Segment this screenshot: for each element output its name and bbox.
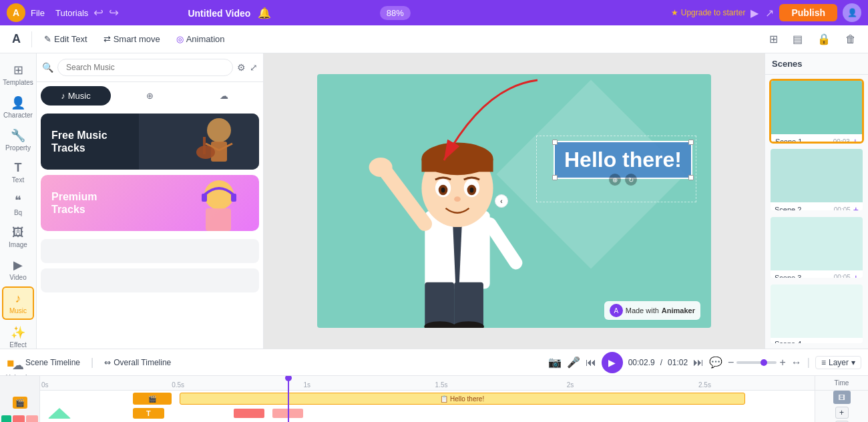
tl-icon-red1 xyxy=(13,415,25,422)
tl-playhead[interactable] xyxy=(288,376,289,422)
skip-forward-icon[interactable]: ⏭ xyxy=(693,357,704,369)
camera-icon[interactable]: 📷 xyxy=(548,356,562,369)
tl-label-row2 xyxy=(1,412,38,422)
tl-clip-red1[interactable] xyxy=(234,409,264,418)
svg-point-25 xyxy=(454,196,461,202)
bq-label: Bq xyxy=(14,209,22,216)
share-icon[interactable]: ↗ xyxy=(765,7,774,19)
layout-icon[interactable]: ▤ xyxy=(787,29,808,49)
svg-rect-9 xyxy=(206,208,231,231)
scene-timeline-tab[interactable]: Scene Timeline xyxy=(20,355,85,370)
svg-rect-11 xyxy=(231,194,236,202)
corner-handle-tr[interactable] xyxy=(688,140,694,145)
tl-icon-video: 🎬 xyxy=(13,397,27,409)
undo-icon[interactable]: ↩ xyxy=(93,5,103,20)
text-format-a[interactable]: A xyxy=(7,31,26,47)
character-label: Character xyxy=(3,112,33,119)
scene-2-add[interactable]: + xyxy=(853,204,859,211)
tl-track-row-2: T xyxy=(40,407,815,420)
tl-film-icon[interactable]: 🎞 xyxy=(833,391,851,404)
subtitle-icon[interactable]: 💬 xyxy=(709,356,722,369)
zoom-in-icon[interactable]: + xyxy=(779,357,785,369)
mic-icon[interactable]: 🎤 xyxy=(567,356,580,369)
scene-1-add[interactable]: + xyxy=(853,136,858,144)
expand-icon[interactable]: ↔ xyxy=(791,357,802,369)
text-icon: T xyxy=(15,161,22,175)
corner-handle-br[interactable] xyxy=(688,175,694,180)
play-icon[interactable]: ▶ xyxy=(750,7,758,19)
save-icon[interactable]: 🔔 xyxy=(258,7,271,19)
music-tab-label: Music xyxy=(68,91,91,101)
tl-clip-text-bar[interactable]: 📋 Hello there! xyxy=(180,393,745,405)
add-time-button[interactable]: + xyxy=(835,407,849,419)
sidebar-item-effect[interactable]: ✨ Effect xyxy=(2,321,34,353)
scene-3-add[interactable]: + xyxy=(853,272,859,279)
tl-clip-t[interactable]: T xyxy=(133,408,164,419)
sidebar-item-image[interactable]: 🖼 Image xyxy=(2,222,34,252)
tl-track-row-1: 🎬 📋 Hello there! xyxy=(40,391,815,407)
filter-icon[interactable]: ⚙ xyxy=(237,62,246,73)
lock-icon[interactable]: 🔒 xyxy=(812,29,836,49)
music-tab-cloud[interactable]: ☁ xyxy=(189,86,259,106)
music-search-input[interactable] xyxy=(57,59,233,76)
clip-icon: 📋 xyxy=(440,395,448,403)
free-music-card[interactable]: Free MusicTracks xyxy=(41,114,259,170)
tl-clip-video-start[interactable]: 🎬 xyxy=(133,393,172,405)
sidebar-item-text[interactable]: T Text xyxy=(2,157,34,188)
tl-ruler: 0s 0.5s 1s 1.5s 2s 2.5s xyxy=(40,376,815,391)
scene-3-time: 00:05 xyxy=(834,274,851,279)
zoom-thumb xyxy=(761,359,767,366)
video-title: Untitled Video xyxy=(188,8,250,19)
smart-move-icon: ⇄ xyxy=(103,34,111,44)
music-icon: ♪ xyxy=(15,292,21,306)
zoom-out-icon[interactable]: − xyxy=(728,357,734,369)
grid-icon[interactable]: ⊞ xyxy=(764,29,783,49)
edit-text-button[interactable]: ✎ Edit Text xyxy=(37,31,94,47)
scene-item-4[interactable]: Scene 4 xyxy=(769,283,864,345)
redo-icon[interactable]: ↪ xyxy=(109,5,119,20)
zoom-control[interactable]: 88% xyxy=(380,6,411,20)
corner-handle-tl[interactable] xyxy=(552,140,558,145)
ruler-2s: 2s xyxy=(567,381,574,389)
sidebar-item-bq[interactable]: ❝ Bq xyxy=(2,189,34,220)
total-time: 01:02 xyxy=(668,358,688,367)
skip-back-icon[interactable]: ⏮ xyxy=(586,357,596,369)
tl-marker-green[interactable] xyxy=(48,408,71,419)
collapse-panel-button[interactable]: ‹ xyxy=(495,194,508,208)
zoom-slider[interactable] xyxy=(736,361,777,364)
svg-point-8 xyxy=(204,180,234,210)
video-canvas[interactable]: Hello there! ⊕ ↻ A Made with Animaker xyxy=(317,74,711,328)
sidebar-item-video[interactable]: ▶ Video xyxy=(2,254,34,285)
animation-button[interactable]: ◎ Animation xyxy=(170,31,232,47)
expand-icon[interactable]: ⤢ xyxy=(250,62,258,73)
scene-4-name: Scene 4 xyxy=(775,340,801,345)
canvas-text-box[interactable]: Hello there! ⊕ ↻ xyxy=(554,141,692,179)
text-handle-rotate[interactable]: ↻ xyxy=(625,174,637,186)
corner-handle-bl[interactable] xyxy=(552,175,558,180)
tutorials-menu[interactable]: Tutorials xyxy=(55,8,88,18)
play-button[interactable]: ▶ xyxy=(602,352,623,373)
upgrade-button[interactable]: ★ Upgrade to starter xyxy=(671,8,745,17)
sidebar-item-character[interactable]: 👤 Character xyxy=(2,91,34,123)
premium-music-card[interactable]: PremiumTracks xyxy=(41,175,259,231)
animation-label: Animation xyxy=(186,34,225,44)
music-tab-split[interactable]: ⊕ xyxy=(115,86,185,106)
scene-item-1[interactable]: Scene 1 00:03 + xyxy=(769,79,864,144)
layer-selector[interactable]: ≡ Layer ▾ xyxy=(815,356,861,369)
overall-timeline-tab[interactable]: ⇔ Overall Timeline xyxy=(99,355,176,370)
smart-move-button[interactable]: ⇄ Smart move xyxy=(97,31,167,47)
publish-button[interactable]: Publish xyxy=(779,4,837,21)
delete-icon[interactable]: 🗑 xyxy=(840,29,861,49)
scene-item-3[interactable]: Scene 3 00:05 + xyxy=(769,216,864,279)
music-tab-music[interactable]: ♪ Music xyxy=(41,86,111,106)
timeline-area: ◼ Scene Timeline | ⇔ Overall Timeline 📷 … xyxy=(0,349,868,422)
overall-timeline-label: Overall Timeline xyxy=(114,358,171,367)
text-handle-move[interactable]: ⊕ xyxy=(609,174,621,186)
scene-item-2[interactable]: Scene 2 00:05 + xyxy=(769,148,864,211)
sidebar-item-property[interactable]: 🔧 Property xyxy=(2,124,34,156)
user-avatar[interactable]: 👤 xyxy=(843,3,861,22)
sidebar-item-templates[interactable]: ⊞ Templates xyxy=(2,59,34,90)
video-clip-icon: 🎬 xyxy=(148,395,156,403)
file-menu[interactable]: File xyxy=(31,8,45,18)
sidebar-item-music[interactable]: ♪ Music xyxy=(2,286,34,320)
